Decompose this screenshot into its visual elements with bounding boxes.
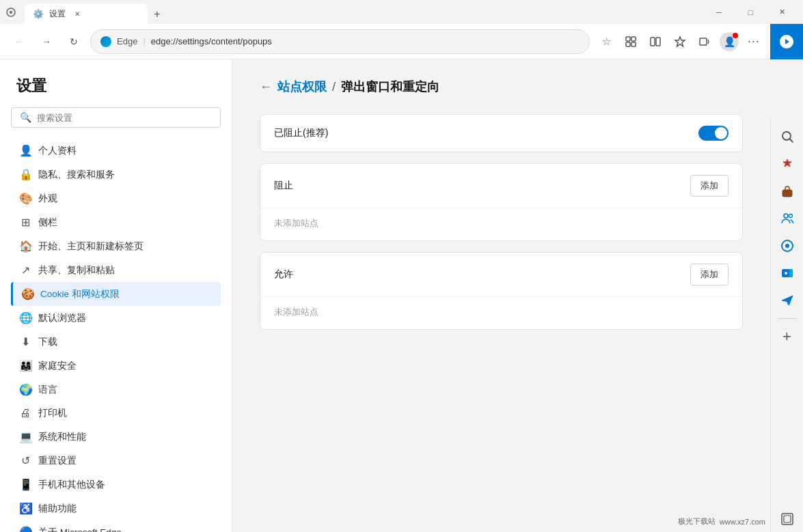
sidebar-item-privacy[interactable]: 🔒 隐私、搜索和服务 [11, 163, 221, 186]
allow-section-title: 允许 [274, 268, 293, 281]
new-tab-button[interactable]: + [148, 5, 167, 24]
tab-favicon: ⚙️ [33, 9, 44, 19]
nav-label-family-safety: 家庭安全 [38, 360, 77, 372]
block-add-button[interactable]: 添加 [690, 175, 729, 197]
nav-label-sidebar: 侧栏 [38, 216, 57, 229]
back-button[interactable]: ← [8, 31, 30, 53]
nav-icon-family-safety: 👨‍👩‍👧 [19, 359, 31, 372]
block-section-card: 阻止 添加 未添加站点 [260, 163, 743, 241]
brand-label: Edge [117, 36, 137, 46]
bing-button[interactable] [770, 24, 803, 59]
nav-actions: ☆ 👤 [595, 31, 765, 53]
nav-icon-printer: 🖨 [19, 407, 31, 419]
allow-section-header: 允许 添加 [260, 253, 742, 296]
tab-icon [5, 7, 16, 18]
rs-outlook-button[interactable] [775, 261, 800, 285]
refresh-button[interactable]: ↻ [63, 31, 85, 53]
sidebar-item-language[interactable]: 🌍 语言 [11, 378, 221, 402]
tab-close-button[interactable]: ✕ [71, 8, 83, 20]
sidebar-item-sidebar[interactable]: ⊞ 侧栏 [11, 210, 221, 234]
tab-bar: ⚙️ 设置 ✕ + [25, 0, 698, 24]
sidebar-item-startup[interactable]: 🏠 开始、主页和新建标签页 [11, 234, 221, 258]
read-aloud-button[interactable] [694, 31, 716, 53]
rs-search-button[interactable] [775, 124, 800, 149]
collections-button[interactable] [620, 31, 642, 53]
nav-label-startup: 开始、主页和新建标签页 [38, 240, 144, 253]
nav-icon-profile: 👤 [19, 144, 31, 157]
sidebar-item-cookies[interactable]: 🍪 Cookie 和网站权限 [11, 282, 221, 306]
rs-add-button[interactable]: + [775, 324, 800, 349]
separator: | [143, 36, 145, 46]
breadcrumb-parent-link[interactable]: 站点权限 [277, 79, 327, 95]
rs-send-button[interactable] [775, 288, 800, 313]
sidebar-item-mobile[interactable]: 📱 手机和其他设备 [11, 473, 221, 496]
notification-dot [733, 33, 738, 38]
nav-label-downloads: 下载 [38, 336, 57, 348]
blocked-toggle[interactable] [698, 126, 729, 141]
nav-icon-accessibility: ♿ [19, 502, 31, 515]
block-section-body: 未添加站点 [260, 208, 742, 240]
active-tab[interactable]: ⚙️ 设置 ✕ [25, 3, 148, 24]
allow-empty-text: 未添加站点 [274, 307, 318, 317]
browser-essentials-button[interactable] [669, 31, 691, 53]
close-button[interactable]: ✕ [766, 0, 798, 24]
sidebar-item-reset[interactable]: ↺ 重置设置 [11, 449, 221, 473]
svg-rect-11 [782, 190, 792, 197]
favorites-button[interactable]: ☆ [595, 31, 617, 53]
sidebar-item-share[interactable]: ↗ 共享、复制和粘贴 [11, 258, 221, 282]
url-text: edge://settings/content/popups [151, 36, 272, 46]
search-input[interactable] [37, 113, 212, 123]
svg-line-10 [789, 139, 793, 143]
allow-section-body: 未添加站点 [260, 296, 742, 329]
minimize-button[interactable]: ─ [703, 0, 735, 24]
rs-bag-button[interactable] [775, 179, 800, 204]
edge-favicon [100, 36, 111, 47]
nav-label-appearance: 外观 [38, 193, 57, 205]
rs-circle-button[interactable] [775, 234, 800, 258]
sidebar-item-system[interactable]: 💻 系统和性能 [11, 425, 221, 449]
nav-icon-privacy: 🔒 [19, 168, 31, 181]
svg-rect-8 [700, 38, 707, 45]
more-button[interactable]: ··· [743, 31, 765, 53]
sidebar-item-default-browser[interactable]: 🌐 默认浏览器 [11, 306, 221, 330]
nav-label-cookies: Cookie 和网站权限 [40, 288, 120, 300]
profile-button[interactable]: 👤 [718, 31, 740, 53]
svg-rect-7 [656, 38, 660, 46]
navbar: ← → ↻ Edge | edge://settings/content/pop… [0, 24, 803, 59]
nav-label-privacy: 隐私、搜索和服务 [38, 169, 115, 181]
sidebar-item-family-safety[interactable]: 👨‍👩‍👧 家庭安全 [11, 354, 221, 378]
nav-icon-downloads: ⬇ [19, 335, 31, 348]
rs-screenshot-button[interactable] [775, 507, 800, 531]
allow-add-button[interactable]: 添加 [690, 264, 729, 285]
nav-icon-appearance: 🎨 [19, 192, 31, 205]
address-bar[interactable]: Edge | edge://settings/content/popups [90, 29, 590, 54]
rs-collections-button[interactable] [775, 152, 800, 176]
sidebar-item-printer[interactable]: 🖨 打印机 [11, 402, 221, 425]
splitscreen-button[interactable] [644, 31, 666, 53]
watermark-text: 极光下载站 [678, 516, 716, 527]
sidebar-title: 设置 [11, 76, 221, 96]
nav-icon-reset: ↺ [19, 454, 31, 467]
forward-button[interactable]: → [36, 31, 57, 53]
nav-icon-language: 🌍 [19, 383, 31, 396]
right-sidebar: + [770, 119, 803, 532]
sidebar-item-accessibility[interactable]: ♿ 辅助功能 [11, 496, 221, 520]
sidebar-item-appearance[interactable]: 🎨 外观 [11, 186, 221, 210]
nav-label-printer: 打印机 [38, 407, 67, 419]
maximize-button[interactable]: □ [735, 0, 766, 24]
block-section-title: 阻止 [274, 180, 293, 192]
svg-rect-19 [784, 516, 791, 522]
breadcrumb-back-button[interactable]: ← [260, 80, 272, 94]
search-box[interactable]: 🔍 [11, 107, 221, 128]
sidebar-item-profile[interactable]: 👤 个人资料 [11, 139, 221, 163]
sidebar-item-downloads[interactable]: ⬇ 下载 [11, 330, 221, 354]
nav-label-profile: 个人资料 [38, 145, 77, 157]
breadcrumb-current: 弹出窗口和重定向 [341, 79, 439, 95]
nav-label-system: 系统和性能 [38, 431, 86, 443]
nav-label-language: 语言 [38, 384, 57, 396]
nav-label-about: 关于 Microsoft Edge [38, 527, 122, 533]
sidebar-item-about[interactable]: 🔵 关于 Microsoft Edge [11, 520, 221, 532]
rs-people-button[interactable] [775, 206, 800, 231]
svg-point-13 [789, 214, 792, 218]
search-icon: 🔍 [20, 112, 31, 123]
